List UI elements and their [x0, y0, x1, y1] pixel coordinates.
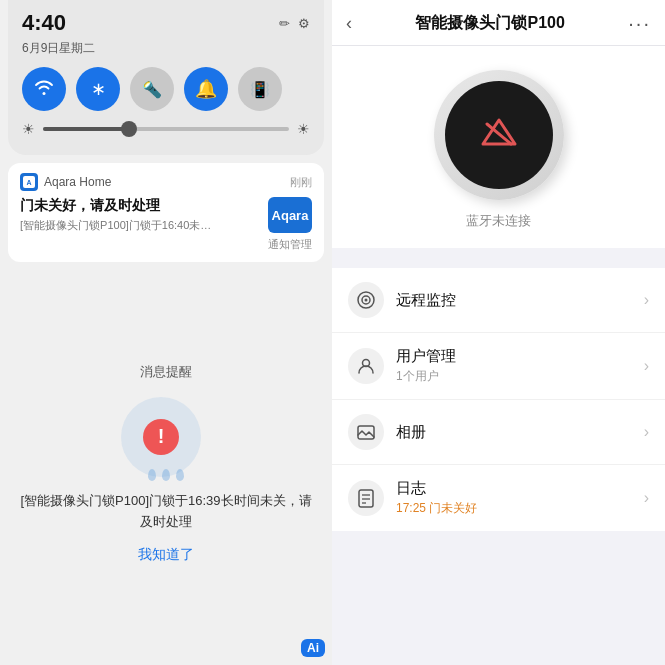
status-bar: 4:40 ✏ ⚙ [22, 10, 310, 36]
menu-section: 远程监控 › 用户管理 1个用户 › [332, 248, 665, 665]
wifi-icon [33, 78, 55, 101]
brightness-high-icon: ☀ [297, 121, 310, 137]
water-drops [148, 469, 184, 481]
album-label: 相册 [396, 423, 644, 442]
notif-manage-label[interactable]: 通知管理 [268, 237, 312, 252]
bell-toggle[interactable]: 🔔 [184, 67, 228, 111]
vibrate-toggle[interactable]: 📳 [238, 67, 282, 111]
remote-monitor-icon [348, 282, 384, 318]
pencil-icon[interactable]: ✏ [279, 16, 290, 31]
notif-body: 门未关好，请及时处理 [智能摄像头门锁P100]门锁于16:40未… Aqara [20, 197, 312, 233]
lock-status: 蓝牙未连接 [466, 212, 531, 230]
chevron-icon-4: › [644, 489, 649, 507]
exclamation-icon: ! [143, 419, 179, 455]
menu-item-album[interactable]: 相册 › [332, 400, 665, 465]
notification-card[interactable]: A Aqara Home 刚刚 门未关好，请及时处理 [智能摄像头门锁P100]… [8, 163, 324, 262]
notif-title: 门未关好，请及时处理 [20, 197, 260, 215]
alert-section: 消息提醒 ! [智能摄像头门锁P100]门锁于16:39长时间未关，请及时处理 … [0, 262, 332, 665]
app-name: Aqara Home [44, 175, 111, 189]
notification-shade: 4:40 ✏ ⚙ 6月9日星期二 ∗ 🔦 [8, 0, 324, 155]
log-sub: 17:25 门未关好 [396, 500, 644, 517]
log-label: 日志 [396, 479, 644, 498]
lock-inner [445, 81, 553, 189]
section-label: 消息提醒 [140, 363, 192, 381]
notif-manage-bar: 通知管理 [20, 233, 312, 252]
flashlight-toggle[interactable]: 🔦 [130, 67, 174, 111]
quick-toggles: ∗ 🔦 🔔 📳 [22, 67, 310, 111]
confirm-button[interactable]: 我知道了 [138, 546, 194, 564]
user-manage-text: 用户管理 1个用户 [396, 347, 644, 385]
notif-header: A Aqara Home 刚刚 [20, 173, 312, 191]
album-icon [348, 414, 384, 450]
menu-item-remote-monitor[interactable]: 远程监控 › [332, 268, 665, 333]
menu-item-log[interactable]: 日志 17:25 门未关好 › [332, 465, 665, 531]
svg-point-4 [365, 299, 368, 302]
log-text: 日志 17:25 门未关好 [396, 479, 644, 517]
chevron-icon-3: › [644, 423, 649, 441]
app-icon: A [20, 173, 38, 191]
menu-divider [332, 258, 665, 268]
notif-time: 刚刚 [290, 175, 312, 190]
alert-message: [智能摄像头门锁P100]门锁于16:39长时间未关，请及时处理 [20, 491, 312, 533]
vibrate-icon: 📳 [250, 80, 270, 99]
page-title: 智能摄像头门锁P100 [415, 13, 564, 34]
right-panel: ‹ 智能摄像头门锁P100 ··· 蓝牙未连接 [332, 0, 665, 665]
date-display: 6月9日星期二 [22, 40, 310, 57]
bell-icon: 🔔 [195, 78, 217, 100]
chevron-icon-2: › [644, 357, 649, 375]
settings-icon[interactable]: ⚙ [298, 16, 310, 31]
time-display: 4:40 [22, 10, 66, 36]
menu-item-user-manage[interactable]: 用户管理 1个用户 › [332, 333, 665, 400]
bluetooth-icon: ∗ [91, 78, 106, 100]
remote-monitor-text: 远程监控 [396, 291, 644, 310]
aqara-logo: Aqara [268, 197, 312, 233]
back-icon[interactable]: ‹ [346, 13, 352, 34]
lock-visual: 蓝牙未连接 [332, 46, 665, 248]
remote-monitor-label: 远程监控 [396, 291, 644, 310]
brightness-slider[interactable] [43, 127, 289, 131]
alert-circle: ! [121, 397, 201, 477]
log-icon [348, 480, 384, 516]
alert-icon-area: ! [121, 397, 211, 477]
ai-badge: Ai [301, 639, 325, 657]
notif-desc: [智能摄像头门锁P100]门锁于16:40未… [20, 218, 260, 233]
user-manage-sub: 1个用户 [396, 368, 644, 385]
album-text: 相册 [396, 423, 644, 442]
flashlight-icon: 🔦 [142, 80, 162, 99]
lock-outer-ring [434, 70, 564, 200]
more-icon[interactable]: ··· [628, 12, 651, 35]
brightness-row: ☀ ☀ [22, 121, 310, 137]
right-header: ‹ 智能摄像头门锁P100 ··· [332, 0, 665, 46]
chevron-icon: › [644, 291, 649, 309]
lock-brand-logo [479, 116, 519, 155]
user-manage-icon [348, 348, 384, 384]
status-icons: ✏ ⚙ [279, 16, 310, 31]
bluetooth-toggle[interactable]: ∗ [76, 67, 120, 111]
brightness-low-icon: ☀ [22, 121, 35, 137]
user-manage-label: 用户管理 [396, 347, 644, 366]
wifi-toggle[interactable] [22, 67, 66, 111]
